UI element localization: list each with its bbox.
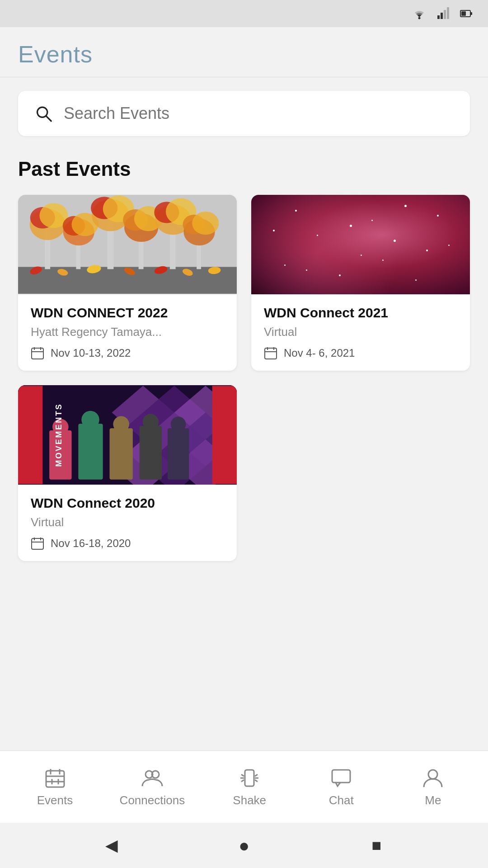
calendar-icon-2021 xyxy=(264,346,277,360)
search-icon xyxy=(34,104,53,123)
wifi-icon xyxy=(411,7,427,20)
event-card-2020[interactable]: MOVEMENTS POWER JUSTICE WDN Connect 2020… xyxy=(18,385,237,561)
nav-connections-label: Connections xyxy=(120,793,185,807)
recents-button[interactable]: ■ xyxy=(365,834,388,857)
svg-line-90 xyxy=(241,780,244,782)
event-name-2020: WDN Connect 2020 xyxy=(31,495,224,511)
event-date-2022: Nov 10-13, 2022 xyxy=(31,346,224,360)
svg-rect-74 xyxy=(32,538,43,549)
stars-decoration xyxy=(251,195,470,294)
svg-rect-60 xyxy=(18,386,42,484)
svg-point-34 xyxy=(192,212,219,235)
nav-events-label: Events xyxy=(37,793,73,807)
svg-rect-3 xyxy=(444,10,446,19)
home-button[interactable]: ● xyxy=(233,834,255,857)
svg-line-91 xyxy=(255,774,258,776)
svg-point-68 xyxy=(81,411,99,429)
svg-rect-65 xyxy=(140,426,162,480)
nav-events[interactable]: Events xyxy=(28,766,82,807)
event-name-2021: WDN Connect 2021 xyxy=(264,305,457,321)
svg-rect-42 xyxy=(32,348,43,359)
nav-chat[interactable]: Chat xyxy=(314,766,368,807)
svg-rect-78 xyxy=(46,771,64,787)
event-image-2020: MOVEMENTS POWER JUSTICE xyxy=(18,385,237,485)
svg-rect-46 xyxy=(265,348,277,359)
event-date-2021: Nov 4- 6, 2021 xyxy=(264,346,457,360)
svg-line-9 xyxy=(46,116,51,121)
page-title: Events xyxy=(18,41,470,68)
event-date-2020: Nov 16-18, 2020 xyxy=(31,537,224,550)
battery-icon xyxy=(458,7,474,20)
nav-events-icon xyxy=(43,766,67,790)
svg-rect-66 xyxy=(168,428,189,480)
past-events-heading: Past Events xyxy=(18,158,470,180)
svg-point-0 xyxy=(418,17,421,19)
back-button[interactable]: ◀ xyxy=(100,834,123,857)
home-icon: ● xyxy=(239,835,249,856)
signal-icon xyxy=(435,7,451,20)
svg-rect-2 xyxy=(441,13,443,19)
event-card-2021[interactable]: WDN Connect 2021 Virtual Nov 4- 6, 2021 xyxy=(251,195,470,371)
svg-rect-7 xyxy=(470,12,472,15)
nav-chat-label: Chat xyxy=(329,793,354,807)
nav-chat-icon xyxy=(329,766,353,790)
back-icon: ◀ xyxy=(105,836,118,855)
nav-me-icon xyxy=(421,766,445,790)
svg-rect-1 xyxy=(437,15,440,19)
calendar-icon-2020 xyxy=(31,537,44,550)
svg-point-70 xyxy=(143,414,159,430)
main-content: Past Events xyxy=(0,77,488,750)
event-info-2020: WDN Connect 2020 Virtual Nov 16-18, 2020 xyxy=(18,485,237,561)
bottom-nav: Events Connections Shake Chat xyxy=(0,750,488,823)
events-grid-top: WDN CONNECT 2022 Hyatt Regency Tamaya...… xyxy=(18,195,470,371)
svg-text:MOVEMENTS: MOVEMENTS xyxy=(54,403,63,467)
svg-rect-94 xyxy=(332,770,350,783)
nav-me[interactable]: Me xyxy=(406,766,460,807)
event-info-2022: WDN CONNECT 2022 Hyatt Regency Tamaya...… xyxy=(18,294,237,371)
event-location-2021: Virtual xyxy=(264,325,457,339)
svg-rect-4 xyxy=(447,7,449,19)
event-location-2020: Virtual xyxy=(31,515,224,529)
status-bar xyxy=(0,0,488,27)
search-bar[interactable] xyxy=(18,91,470,136)
event-date-text-2021: Nov 4- 6, 2021 xyxy=(284,347,355,359)
svg-point-95 xyxy=(428,770,437,779)
event-info-2021: WDN Connect 2021 Virtual Nov 4- 6, 2021 xyxy=(251,294,470,371)
events-grid-bottom: MOVEMENTS POWER JUSTICE WDN Connect 2020… xyxy=(18,385,470,561)
nav-shake-label: Shake xyxy=(233,793,266,807)
svg-line-88 xyxy=(241,774,244,776)
nav-connections-icon xyxy=(141,766,164,790)
svg-rect-6 xyxy=(461,11,466,16)
nav-shake-icon xyxy=(238,766,261,790)
nav-shake[interactable]: Shake xyxy=(222,766,277,807)
svg-rect-63 xyxy=(78,424,103,479)
nav-me-label: Me xyxy=(425,793,441,807)
event-image-2021 xyxy=(251,195,470,294)
header: Events xyxy=(0,27,488,77)
event-image-2022 xyxy=(18,195,237,294)
event-card-2022[interactable]: WDN CONNECT 2022 Hyatt Regency Tamaya...… xyxy=(18,195,237,371)
event-date-text-2020: Nov 16-18, 2020 xyxy=(51,537,131,550)
event-name-2022: WDN CONNECT 2022 xyxy=(31,305,224,321)
event-location-2022: Hyatt Regency Tamaya... xyxy=(31,325,224,339)
nav-connections[interactable]: Connections xyxy=(120,766,185,807)
svg-point-69 xyxy=(113,416,129,433)
svg-line-93 xyxy=(255,780,258,782)
event-date-text-2022: Nov 10-13, 2022 xyxy=(51,347,131,359)
recents-icon: ■ xyxy=(371,836,381,855)
svg-rect-87 xyxy=(245,770,254,786)
panel-stage: MOVEMENTS POWER JUSTICE xyxy=(18,385,237,485)
search-input[interactable] xyxy=(64,104,454,123)
android-nav-bar: ◀ ● ■ xyxy=(0,823,488,868)
calendar-icon-2022 xyxy=(31,346,44,360)
svg-rect-61 xyxy=(212,386,237,484)
svg-point-71 xyxy=(171,417,186,432)
svg-rect-64 xyxy=(109,428,132,480)
